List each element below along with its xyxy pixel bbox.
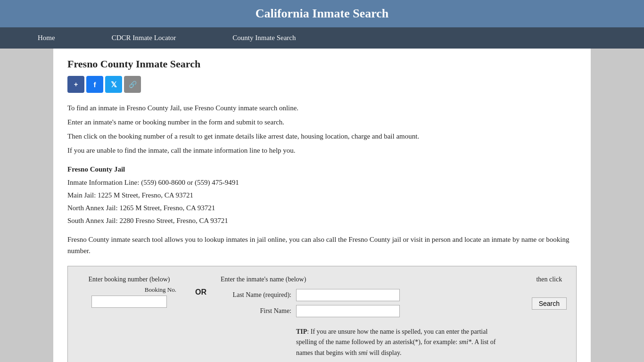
booking-section: Enter booking number (below) Booking No. xyxy=(77,276,181,308)
search-button[interactable]: Search xyxy=(532,297,567,310)
or-divider: OR xyxy=(181,276,221,296)
social-buttons: + f 𝕏 🔗 xyxy=(67,76,577,93)
desc-line-3: Then click on the booking number of a re… xyxy=(67,131,577,142)
jail-info: Fresno County Jail Inmate Information Li… xyxy=(67,164,577,226)
booking-label: Enter booking number (below) xyxy=(88,276,170,283)
page-title: Fresno County Inmate Search xyxy=(67,58,577,70)
content-wrapper: Fresno County Inmate Search + f 𝕏 🔗 To f… xyxy=(53,49,591,362)
last-name-row: Last Name (required): xyxy=(221,289,522,301)
tip-bold-label: TIP: If you are unsure how the name is s… xyxy=(296,328,495,356)
site-header: California Inmate Search xyxy=(0,0,644,27)
share-button[interactable]: + xyxy=(67,76,84,93)
site-title: California Inmate Search xyxy=(9,7,635,21)
then-click-section: then click Search xyxy=(522,276,567,310)
tip-section: TIP: If you are unsure how the name is s… xyxy=(221,327,504,358)
search-form-container: Enter booking number (below) Booking No.… xyxy=(67,266,577,362)
jail-south: South Annex Jail: 2280 Fresno Street, Fr… xyxy=(67,215,577,226)
last-name-label: Last Name (required): xyxy=(221,291,296,299)
jail-phone: Inmate Information Line: (559) 600-8600 … xyxy=(67,177,577,188)
desc-line-1: To find an inmate in Fresno County Jail,… xyxy=(67,102,577,114)
desc-line-4: If you are unable to find the inmate, ca… xyxy=(67,145,577,156)
jail-main: Main Jail: 1225 M Street, Fresno, CA 937… xyxy=(67,189,577,201)
jail-name: Fresno County Jail xyxy=(67,164,577,175)
first-name-label: First Name: xyxy=(221,307,296,315)
booking-sublabel: Booking No. xyxy=(77,286,181,294)
form-inner-wrap: Enter booking number (below) Booking No.… xyxy=(77,276,567,358)
desc-line-2: Enter an inmate's name or booking number… xyxy=(67,116,577,128)
booking-number-input[interactable] xyxy=(91,296,167,308)
link-button[interactable]: 🔗 xyxy=(124,76,141,93)
first-name-row: First Name: xyxy=(221,305,522,317)
then-click-label: then click xyxy=(536,276,562,283)
nav-county[interactable]: County Inmate Search xyxy=(204,27,324,49)
last-name-input[interactable] xyxy=(296,289,400,301)
nav-home[interactable]: Home xyxy=(9,27,83,49)
first-name-input[interactable] xyxy=(296,305,400,317)
facebook-button[interactable]: f xyxy=(86,76,103,93)
name-label: Enter the inmate's name (below) xyxy=(221,276,522,283)
jail-north: North Annex Jail: 1265 M Street, Fresno,… xyxy=(67,202,577,214)
main-nav: Home CDCR Inmate Locator County Inmate S… xyxy=(0,27,644,49)
description: To find an inmate in Fresno County Jail,… xyxy=(67,102,577,156)
twitter-button[interactable]: 𝕏 xyxy=(105,76,122,93)
nav-cdcr[interactable]: CDCR Inmate Locator xyxy=(83,27,205,49)
name-section: Enter the inmate's name (below) Last Nam… xyxy=(221,276,522,358)
extra-text: Fresno County inmate search tool allows … xyxy=(67,234,577,256)
